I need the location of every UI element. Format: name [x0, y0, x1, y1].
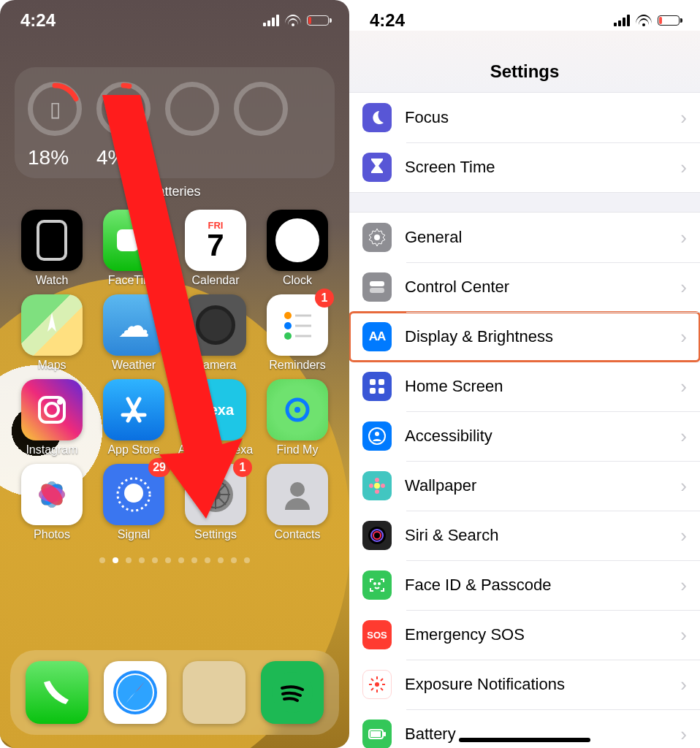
svg-point-11	[58, 400, 61, 403]
dock-shortcuts[interactable]	[183, 661, 246, 724]
page-dots[interactable]	[0, 557, 349, 563]
svg-point-34	[290, 482, 305, 497]
reminders-icon: 1	[267, 294, 328, 356]
row-label: Focus	[405, 108, 667, 127]
settings-row-display-brightness[interactable]: AADisplay & Brightness›	[349, 312, 700, 362]
wifi-icon	[285, 15, 301, 26]
app-alexa[interactable]: alexaAmazon Alexa	[177, 379, 254, 457]
svg-point-44	[374, 234, 380, 240]
app-maps[interactable]: Maps	[13, 294, 91, 372]
app-calendar[interactable]: FRI7Calendar	[177, 210, 254, 287]
maps-icon	[21, 294, 83, 356]
row-label: Exposure Notifications	[405, 675, 667, 694]
badge: 1	[315, 289, 334, 308]
app-contacts[interactable]: Contacts	[259, 464, 336, 541]
app-settings[interactable]: 1Settings	[177, 464, 254, 541]
widget-label: Batteries	[0, 184, 349, 199]
svg-line-70	[381, 679, 383, 681]
alexa-icon: alexa	[185, 379, 246, 440]
app-camera[interactable]: Camera	[177, 294, 254, 372]
row-label: Accessibility	[405, 427, 667, 446]
row-label: General	[405, 228, 667, 247]
settings-row-accessibility[interactable]: Accessibility›	[349, 411, 700, 461]
app-reminders[interactable]: 1Reminders	[259, 294, 336, 372]
app-signal[interactable]: 29Signal	[95, 464, 172, 541]
app-appstore[interactable]: App Store	[95, 379, 172, 457]
settings-row-emergency-sos[interactable]: SOSEmergency SOS›	[349, 610, 700, 660]
settings-row-battery[interactable]: Battery›	[349, 709, 700, 748]
app-watch[interactable]: Watch	[13, 210, 91, 287]
batteries-widget[interactable]: ▯ ⌚︎ 18% 4%	[15, 67, 335, 178]
weather-icon: ☁︎	[103, 294, 164, 356]
svg-point-16	[294, 407, 300, 413]
badge: 1	[233, 458, 252, 477]
status-icons	[614, 15, 680, 26]
row-label: Wallpaper	[405, 476, 667, 495]
app-findmy[interactable]: Find My	[259, 379, 336, 457]
chevron-right-icon: ›	[680, 723, 687, 746]
svg-rect-74	[370, 731, 381, 737]
status-time: 4:24	[20, 10, 56, 31]
svg-point-52	[375, 432, 379, 436]
svg-point-0	[31, 85, 78, 132]
dock-safari[interactable]	[104, 661, 167, 724]
burst-icon	[362, 670, 392, 699]
dock-phone[interactable]	[26, 661, 88, 724]
battery-icon	[658, 15, 680, 26]
svg-rect-50	[378, 388, 384, 394]
chevron-right-icon: ›	[680, 624, 687, 646]
battery-icon	[362, 720, 392, 748]
settings-row-wallpaper[interactable]: Wallpaper›	[349, 461, 700, 511]
app-instagram[interactable]: Instagram	[13, 379, 91, 457]
svg-point-3	[284, 312, 292, 319]
chevron-right-icon: ›	[680, 226, 687, 249]
settings-row-face-id-passcode[interactable]: Face ID & Passcode›	[349, 560, 700, 610]
settings-screen: 4:24 Settings Focus›Screen Time›General›…	[349, 0, 700, 748]
app-weather[interactable]: ☁︎Weather	[95, 294, 172, 372]
chevron-right-icon: ›	[680, 673, 687, 696]
row-label: Screen Time	[405, 158, 667, 177]
face-icon	[362, 570, 392, 600]
svg-rect-2	[117, 229, 139, 251]
settings-icon: 1	[185, 464, 246, 525]
svg-point-33	[210, 489, 221, 500]
svg-line-68	[371, 679, 373, 681]
AA-icon: AA	[362, 322, 392, 351]
settings-row-focus[interactable]: Focus›	[349, 93, 700, 142]
grid-icon	[362, 372, 392, 401]
siri-icon	[362, 521, 392, 550]
app-facetime[interactable]: FaceTime	[95, 210, 172, 287]
chevron-right-icon: ›	[680, 574, 687, 597]
svg-line-69	[381, 688, 383, 690]
contacts-icon	[267, 464, 328, 525]
chevron-right-icon: ›	[680, 326, 687, 348]
svg-point-53	[374, 483, 380, 489]
settings-title: Settings	[349, 31, 700, 93]
calendar-icon: FRI7	[185, 210, 246, 271]
svg-point-54	[375, 478, 379, 482]
settings-row-control-center[interactable]: Control Center›	[349, 262, 700, 312]
home-indicator[interactable]	[459, 738, 590, 742]
status-bar: 4:24	[0, 0, 349, 31]
photos-icon	[21, 464, 83, 525]
svg-line-71	[371, 688, 373, 690]
row-label: Control Center	[405, 278, 667, 297]
settings-row-home-screen[interactable]: Home Screen›	[349, 362, 700, 411]
settings-row-screen-time[interactable]: Screen Time›	[349, 142, 700, 192]
svg-rect-49	[370, 388, 376, 394]
svg-point-62	[378, 583, 380, 584]
settings-row-siri-search[interactable]: Siri & Search›	[349, 511, 700, 560]
battery-icon	[307, 15, 329, 26]
dock-spotify[interactable]	[261, 661, 324, 724]
battery-pct-watch: 4%	[96, 146, 151, 169]
person-icon	[362, 421, 392, 451]
svg-rect-48	[378, 379, 384, 385]
chevron-right-icon: ›	[680, 524, 687, 547]
app-clock[interactable]: Clock	[259, 210, 336, 287]
app-photos[interactable]: Photos	[13, 464, 91, 541]
settings-row-general[interactable]: General›	[349, 213, 700, 262]
chevron-right-icon: ›	[680, 375, 687, 398]
chevron-right-icon: ›	[680, 276, 687, 299]
settings-list[interactable]: Focus›Screen Time›General›Control Center…	[349, 93, 700, 748]
settings-row-exposure-notifications[interactable]: Exposure Notifications›	[349, 660, 700, 709]
